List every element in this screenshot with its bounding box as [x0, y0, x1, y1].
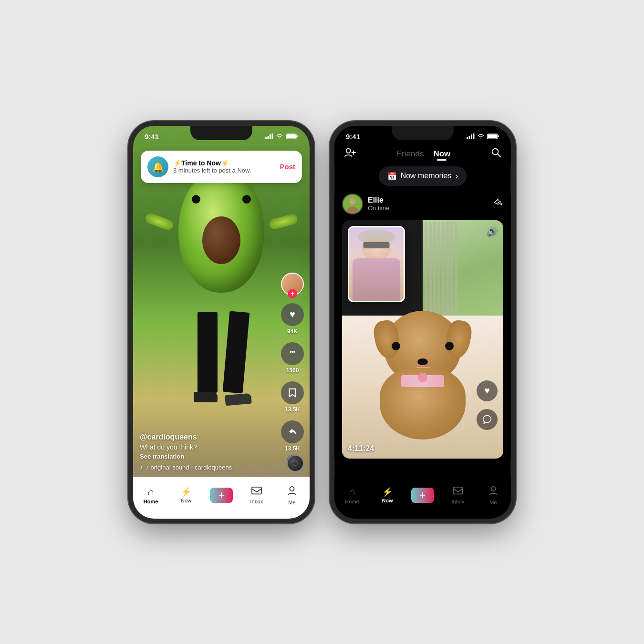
comment-action[interactable]: 1560 [281, 342, 304, 374]
notif-subtitle: 3 minutes left to post a Now. [173, 167, 275, 174]
svg-rect-0 [265, 137, 267, 139]
nav-home-label-1: Home [144, 499, 158, 504]
feed-sound: ♪ ♪ original sound - cardioqueens [140, 464, 276, 471]
memories-row: 📅 Now memories › [334, 166, 511, 194]
svg-rect-5 [286, 134, 296, 138]
nav-inbox-1[interactable]: Inbox [239, 487, 274, 504]
plus-icon-2: + [420, 490, 426, 501]
nav-me-1[interactable]: Me [274, 486, 310, 505]
see-translation[interactable]: See translation [140, 453, 276, 460]
nav-inbox-label-2: Inbox [452, 499, 465, 504]
nav-now-2[interactable]: ⚡ Now [370, 488, 405, 503]
phone-1: 9:41 [128, 121, 314, 523]
now-share-icon [493, 197, 503, 208]
nav-home-2[interactable]: ⌂ Home [334, 487, 370, 504]
now-memories-pill[interactable]: 📅 Now memories › [379, 166, 467, 186]
music-note-icon: ♪ [140, 464, 143, 471]
share-count: 13.5K [285, 445, 300, 452]
svg-point-28 [491, 486, 495, 491]
bookmark-action[interactable]: 13.5K [281, 381, 304, 413]
selfie-thumbnail [348, 226, 405, 302]
plus-icon-1: + [218, 490, 224, 501]
comment-photo-button[interactable] [477, 409, 498, 430]
now-share-button[interactable] [493, 197, 503, 210]
svg-point-7 [290, 351, 292, 353]
avocado-figure [159, 154, 283, 431]
search-button[interactable] [491, 147, 501, 161]
notif-title: ⚡Time to Now⚡ [173, 159, 275, 167]
nav-now-label-1: Now [181, 498, 191, 503]
status-bar-1: 9:41 [133, 126, 310, 143]
nav-plus-2[interactable]: + [405, 488, 440, 503]
nav-inbox-2[interactable]: Inbox [440, 487, 476, 504]
plus-button-2[interactable]: + [411, 488, 434, 503]
now-user-info: Ellie On time [342, 194, 390, 215]
share-action[interactable]: 13.5K [281, 420, 304, 452]
now-avatar [342, 194, 363, 215]
memories-arrow: › [455, 171, 458, 181]
notif-bell-icon: 🔔 [147, 156, 168, 177]
now-tab[interactable]: Now [433, 149, 450, 159]
svg-rect-3 [272, 133, 273, 139]
feed-actions: ♥ 94K 1560 13.5K [281, 273, 304, 452]
nav-me-label-1: Me [288, 500, 295, 505]
home-icon-1: ⌂ [147, 487, 154, 497]
bottom-nav-2: ⌂ Home ⚡ Now + Inbox [334, 477, 511, 519]
feed-caption: What do you think? [140, 443, 276, 451]
home-icon-2: ⌂ [349, 487, 355, 497]
creator-avatar-item[interactable] [281, 273, 304, 296]
add-friend-button[interactable] [344, 147, 356, 161]
calendar-icon: 📅 [387, 172, 397, 181]
nav-inbox-label-1: Inbox [250, 499, 263, 504]
nav-me-2[interactable]: Me [476, 486, 511, 505]
svg-rect-15 [473, 133, 475, 139]
wifi-icon-1 [276, 133, 283, 139]
svg-rect-2 [270, 134, 271, 139]
battery-icon-1 [286, 133, 298, 139]
nav-now-label-2: Now [382, 498, 393, 503]
now-icon-2: ⚡ [382, 488, 393, 496]
svg-rect-13 [469, 136, 470, 139]
now-status: On time [368, 204, 390, 212]
now-header: Friends Now [334, 143, 511, 166]
inbox-icon-1 [251, 487, 262, 497]
comment-icon [281, 342, 304, 365]
sound-icon[interactable]: 🔊 [487, 226, 498, 236]
profile-icon-1 [287, 486, 297, 498]
status-bar-2: 9:41 [334, 126, 511, 143]
creator-avatar [281, 273, 304, 296]
like-photo-button[interactable]: ♥ [477, 380, 498, 401]
comment-count: 1560 [286, 367, 299, 374]
now-photo-container: 🔊 4:11:24 ♥ [342, 220, 503, 459]
nav-now-1[interactable]: ⚡ Now [168, 488, 204, 503]
sound-disc [286, 454, 303, 471]
notification-banner[interactable]: 🔔 ⚡Time to Now⚡ 3 minutes left to post a… [141, 151, 302, 183]
now-user-row: Ellie On time [342, 194, 503, 215]
svg-point-25 [350, 198, 356, 204]
wifi-icon-2 [477, 133, 485, 139]
heart-icon: ♥ [281, 303, 304, 326]
feed-username: @cardioqueens [140, 433, 276, 441]
post-button[interactable]: Post [280, 163, 295, 171]
share-icon [281, 420, 304, 443]
svg-rect-1 [268, 136, 269, 139]
profile-icon-2 [488, 486, 498, 498]
now-timestamp: 4:11:24 [348, 444, 374, 453]
time-2: 9:41 [346, 133, 360, 141]
plus-button-1[interactable]: + [210, 488, 233, 503]
memories-label: Now memories [401, 172, 452, 180]
bookmark-icon [281, 381, 304, 404]
sound-text: ♪ original sound - cardioqueens [146, 464, 232, 471]
phone-2: 9:41 [330, 121, 516, 523]
add-friend-icon [344, 147, 356, 158]
nav-plus-1[interactable]: + [204, 488, 239, 503]
now-tabs: Friends Now [397, 149, 451, 159]
avatar-image [343, 194, 362, 215]
signal-icon-2 [467, 133, 475, 139]
friends-tab[interactable]: Friends [397, 149, 424, 159]
like-action[interactable]: ♥ 94K [281, 303, 304, 335]
bookmark-count: 13.5K [285, 406, 300, 413]
svg-point-11 [290, 486, 294, 491]
dog [370, 311, 475, 444]
nav-home-1[interactable]: ⌂ Home [133, 487, 168, 504]
